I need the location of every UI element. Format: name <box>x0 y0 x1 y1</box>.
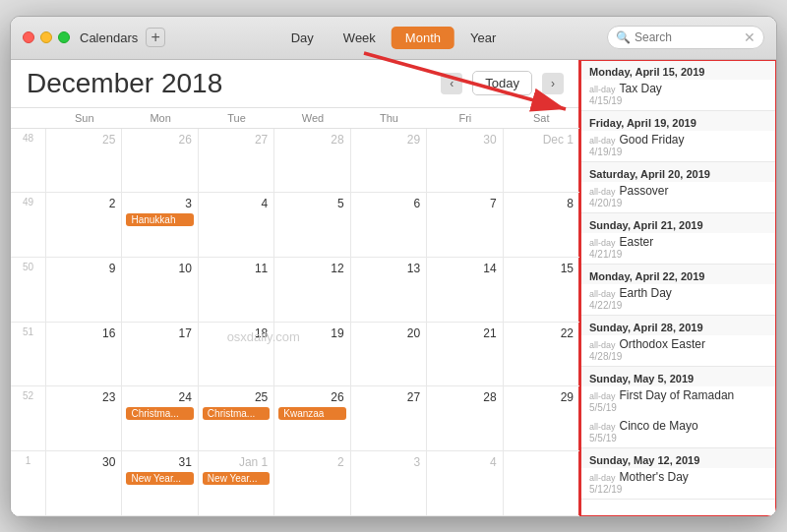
day-cell[interactable]: 4 <box>199 193 274 257</box>
result-event-name: Good Friday <box>620 133 685 147</box>
day-cell[interactable]: 30 <box>427 129 503 193</box>
day-cell[interactable] <box>504 451 579 515</box>
result-event-date: 5/12/19 <box>589 484 768 495</box>
day-cell[interactable]: 21 <box>427 323 503 386</box>
day-cell[interactable]: 12 <box>274 258 350 322</box>
day-number: 30 <box>50 453 117 471</box>
day-cell[interactable]: 15 <box>504 258 579 322</box>
add-calendar-button[interactable]: + <box>146 28 165 47</box>
search-icon: 🔍 <box>616 30 631 44</box>
event-pill[interactable]: Christma... <box>126 407 193 420</box>
day-cell[interactable]: 17 <box>122 323 198 386</box>
tab-week[interactable]: Week <box>330 27 390 49</box>
day-number: 29 <box>508 388 575 406</box>
close-button[interactable] <box>23 31 34 43</box>
main-window: Calendars + Day Week Month Year 🔍 ✕ Dece… <box>10 16 777 517</box>
result-event[interactable]: all-dayPassover4/20/19 <box>581 182 776 212</box>
result-event[interactable]: all-dayEarth Day4/22/19 <box>581 284 776 315</box>
result-event[interactable]: all-dayMother's Day5/12/19 <box>581 468 776 499</box>
search-clear-button[interactable]: ✕ <box>744 30 756 45</box>
result-event[interactable]: all-dayTax Day4/15/19 <box>581 80 776 110</box>
day-cell[interactable]: 16 <box>46 323 122 386</box>
event-pill[interactable]: Hanukkah <box>126 213 193 226</box>
day-cell[interactable]: 29 <box>351 129 427 193</box>
day-cell[interactable]: 31New Year... <box>122 451 198 515</box>
search-input[interactable] <box>635 30 744 44</box>
day-number <box>508 453 575 457</box>
result-event-name: Cinco de Mayo <box>620 419 698 433</box>
result-event[interactable]: all-dayEaster4/21/19 <box>581 233 776 264</box>
result-event[interactable]: all-dayFirst Day of Ramadan5/5/19 <box>581 386 776 417</box>
search-box: 🔍 ✕ <box>607 26 764 49</box>
event-pill[interactable]: Kwanzaa <box>278 407 345 420</box>
day-cell[interactable]: 26Kwanzaa <box>274 386 350 450</box>
result-event[interactable]: all-dayOrthodox Easter4/28/19 <box>581 335 776 366</box>
day-cell[interactable]: 14 <box>427 258 503 322</box>
day-cell[interactable]: 20 <box>351 323 427 386</box>
day-cell[interactable]: 22 <box>504 323 579 386</box>
result-group: Sunday, May 12, 2019all-dayMother's Day5… <box>581 448 776 500</box>
day-cell[interactable]: 18 <box>199 323 274 386</box>
day-cell[interactable]: 2 <box>274 451 350 515</box>
day-cell[interactable]: 25 <box>46 129 122 193</box>
day-cell[interactable]: 28 <box>274 129 350 193</box>
traffic-lights <box>23 31 70 43</box>
day-cell[interactable]: Dec 1 <box>504 129 579 193</box>
day-cell[interactable]: 13 <box>351 258 427 322</box>
day-cell[interactable]: 3Hanukkah <box>122 193 198 257</box>
day-cell[interactable]: 19 <box>274 323 350 386</box>
week-row: 509101112131415 <box>11 258 579 323</box>
day-cell[interactable]: 9 <box>46 258 122 322</box>
day-cell[interactable]: 10 <box>122 258 198 322</box>
day-cell[interactable]: 23 <box>46 386 122 450</box>
day-cell[interactable]: 11 <box>199 258 274 322</box>
tab-month[interactable]: Month <box>392 27 454 49</box>
day-header-sat: Sat <box>504 108 579 128</box>
result-group: Saturday, April 20, 2019all-dayPassover4… <box>581 162 776 213</box>
result-event-date: 4/28/19 <box>589 351 768 362</box>
event-pill[interactable]: Christma... <box>203 407 270 420</box>
week-row: 13031New Year...Jan 1New Year...234 <box>11 451 579 516</box>
day-number: 6 <box>355 195 422 212</box>
result-date-header: Sunday, April 21, 2019 <box>581 213 776 233</box>
result-event[interactable]: all-dayCinco de Mayo5/5/19 <box>581 417 776 447</box>
result-event[interactable]: all-dayGood Friday4/19/19 <box>581 131 776 161</box>
calendar-area: December 2018 ‹ Today › Sun Mon Tue Wed <box>11 60 579 516</box>
day-cell[interactable]: 3 <box>351 451 427 515</box>
day-cell[interactable]: 26 <box>122 129 198 193</box>
day-number: 25 <box>203 388 270 406</box>
day-cell[interactable]: 24Christma... <box>122 386 198 450</box>
day-number: 22 <box>508 325 575 342</box>
maximize-button[interactable] <box>58 31 70 43</box>
day-cell[interactable]: 7 <box>427 193 503 257</box>
day-cell[interactable]: 5 <box>274 193 350 257</box>
day-cell[interactable]: 27 <box>351 386 427 450</box>
day-cell[interactable]: 4 <box>427 451 503 515</box>
minimize-button[interactable] <box>40 31 52 43</box>
week-number: 49 <box>11 193 46 257</box>
day-cell[interactable]: Jan 1New Year... <box>199 451 274 515</box>
event-pill[interactable]: New Year... <box>203 472 270 485</box>
day-number: 21 <box>431 325 498 342</box>
day-cell[interactable]: 27 <box>199 129 274 193</box>
day-cell[interactable]: 2 <box>46 193 122 257</box>
result-date-header: Monday, April 15, 2019 <box>581 60 776 80</box>
day-cell[interactable]: 28 <box>427 386 503 450</box>
day-cell[interactable]: 8 <box>504 193 579 257</box>
day-cell[interactable]: 6 <box>351 193 427 257</box>
day-number: 15 <box>508 260 575 277</box>
prev-month-button[interactable]: ‹ <box>441 73 462 94</box>
next-month-button[interactable]: › <box>542 73 564 94</box>
event-pill[interactable]: New Year... <box>126 472 193 485</box>
day-cell[interactable]: 29 <box>504 386 579 450</box>
view-nav: Day Week Month Year <box>277 27 511 49</box>
day-cell[interactable]: 30 <box>46 451 122 515</box>
today-button[interactable]: Today <box>472 71 532 95</box>
day-number: 12 <box>278 260 345 277</box>
day-cell[interactable]: 25Christma... <box>199 386 274 450</box>
result-allday-label: all-day <box>589 473 616 483</box>
day-number: 26 <box>126 131 193 148</box>
day-number: 26 <box>278 388 345 406</box>
tab-year[interactable]: Year <box>456 27 510 49</box>
tab-day[interactable]: Day <box>277 27 328 49</box>
